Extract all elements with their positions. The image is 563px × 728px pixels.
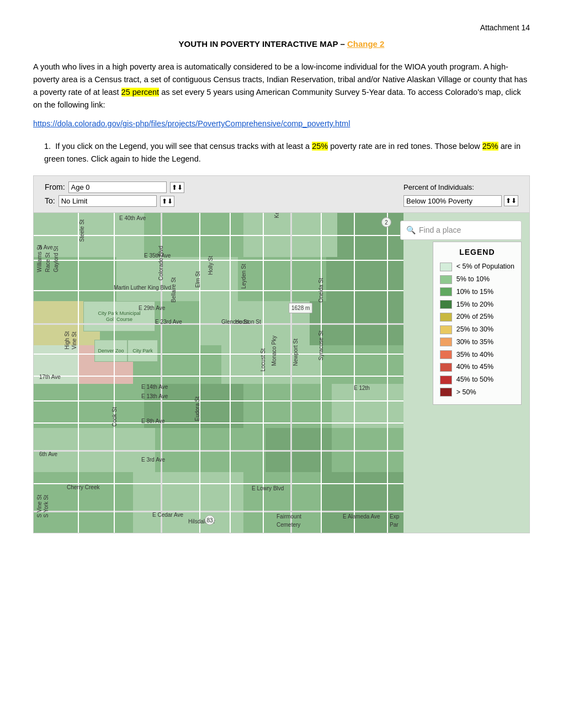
map-controls-bar: From: ⬆⬇ To: ⬆⬇ Percent of Individuals: … — [34, 176, 529, 213]
street-e12th: E 12th — [354, 384, 370, 392]
street-6th: 6th Ave — [39, 450, 57, 458]
legend-color-2 — [440, 287, 452, 296]
legend-label-10: > 50% — [456, 387, 476, 398]
search-placeholder: Find a place — [419, 224, 461, 236]
percent-spinner[interactable]: ⬆⬇ — [504, 195, 518, 206]
landmark-fairmount: FairmountCemetery — [277, 512, 301, 529]
search-icon: 🔍 — [406, 224, 416, 236]
legend-label-0: < 5% of Population — [456, 261, 514, 272]
legend-item-9: 45% to 50% — [440, 374, 514, 385]
legend-label-2: 10% to 15% — [456, 287, 493, 297]
map-legend[interactable]: LEGEND < 5% of Population5% to 10%10% to… — [433, 242, 522, 404]
street-lowry: E Lowry Blvd — [252, 484, 284, 493]
street-40th: E 40th Ave — [119, 214, 146, 222]
street-oneida: Oneida St — [317, 278, 325, 302]
street-cedar: E Cedar Ave — [152, 511, 183, 519]
legend-color-9 — [440, 376, 452, 384]
legend-item-5: 25% to 30% — [440, 324, 514, 335]
street-leyden: Leyden St — [240, 264, 248, 289]
street-13th: E 13th Ave — [141, 392, 168, 400]
legend-item-6: 30% to 35% — [440, 337, 514, 347]
from-input[interactable] — [68, 181, 167, 193]
legend-color-4 — [440, 313, 452, 322]
from-row: From: ⬆⬇ — [45, 181, 184, 193]
legend-color-10 — [440, 388, 452, 397]
legend-item-10: > 50% — [440, 387, 514, 398]
numbered-item-1: 1. If you click on the Legend, you will … — [44, 140, 530, 165]
street-williams: Williams St — [35, 245, 44, 272]
street-colorado: Colorado Blvd — [157, 246, 165, 281]
legend-item-7: 35% to 40% — [440, 350, 514, 360]
street-17th: 17th Ave — [39, 373, 61, 381]
legend-label-5: 25% to 30% — [456, 324, 493, 335]
street-hudson: Hudson St — [235, 318, 261, 326]
street-14th: E 14th Ave — [141, 383, 168, 391]
legend-color-7 — [440, 350, 452, 359]
street-syork: S York St — [42, 495, 50, 518]
legend-item-4: 20% of 25% — [440, 312, 514, 322]
legend-label-7: 35% to 40% — [456, 350, 493, 360]
legend-item-8: 40% to 45% — [440, 362, 514, 372]
legend-item-0: < 5% of Population — [440, 261, 514, 272]
percent-input[interactable] — [403, 195, 502, 207]
legend-label-9: 45% to 50% — [456, 374, 493, 385]
legend-color-6 — [440, 338, 452, 346]
to-spinner[interactable]: ⬆⬇ — [160, 196, 174, 207]
legend-label-4: 20% of 25% — [456, 312, 493, 322]
percent-controls: Percent of Individuals: ⬆⬇ — [403, 182, 518, 207]
street-3rd: E 3rd Ave — [141, 456, 165, 464]
street-holly: Holly St — [206, 256, 215, 275]
percent-label: Percent of Individuals: — [403, 182, 474, 193]
street-newport: Newport St — [291, 339, 300, 366]
street-cook: Cook St — [110, 407, 119, 427]
legend-color-8 — [440, 363, 452, 372]
legend-label-8: 40% to 45% — [456, 362, 493, 372]
landmark-alameda: E Alameda Ave — [343, 512, 380, 521]
body-paragraph: A youth who lives in a high poverty area… — [33, 61, 530, 112]
distance-badge: 1628 m — [289, 303, 312, 313]
title-text: YOUTH IN POVERTY INTERACTIVE MAP – — [179, 39, 347, 49]
city-park-landmark: City Park — [128, 340, 158, 362]
legend-label-6: 30% to 35% — [456, 337, 493, 347]
highlight-25-pct-2: 25% — [482, 142, 498, 151]
age-controls: From: ⬆⬇ To: ⬆⬇ — [45, 181, 184, 207]
street-elm: Elm St — [194, 271, 202, 287]
legend-label-3: 15% to 20% — [456, 299, 493, 310]
zoo-landmark: Denver Zoo — [94, 340, 128, 362]
item-text-pre: If you click on the Legend, you will see… — [55, 142, 312, 151]
map-container: From: ⬆⬇ To: ⬆⬇ Percent of Individuals: … — [33, 175, 530, 533]
street-8th: E 8th Ave — [141, 417, 165, 425]
item-number: 1. — [44, 142, 51, 151]
to-row: To: ⬆⬇ — [45, 195, 184, 207]
street-eudora: Eudora St — [193, 397, 201, 421]
map-area[interactable]: City Park MunicipalGolf Course Denver Zo… — [34, 213, 529, 533]
to-input[interactable] — [59, 195, 157, 207]
street-monaco: Monaco Pky — [270, 336, 278, 366]
legend-items: < 5% of Population5% to 10%10% to 15%15%… — [440, 261, 514, 397]
highlight-25-percent: 25 percent — [121, 88, 160, 97]
street-locust: Locust St — [259, 349, 267, 372]
highlight-25-pct: 25% — [312, 142, 328, 151]
to-label: To: — [45, 195, 55, 207]
legend-item-2: 10% to 15% — [440, 287, 514, 297]
street-vine: Vine St — [70, 332, 78, 350]
street-cherry: Cherry Creek — [67, 483, 99, 491]
street-mlk: Martin Luther King Blvd — [114, 283, 171, 292]
from-label: From: — [45, 181, 65, 193]
street-23rd: E 23rd Ave — [155, 318, 182, 326]
street-race: Race St — [44, 253, 52, 272]
street-kearney: Kearney St — [273, 213, 281, 218]
legend-label-1: 5% to 10% — [456, 274, 490, 285]
map-search-bar[interactable]: 🔍 Find a place — [400, 221, 522, 240]
from-spinner[interactable]: ⬆⬇ — [170, 182, 184, 193]
legend-color-1 — [440, 275, 452, 284]
landmark-exp: ExpPar — [390, 512, 399, 529]
street-29th: E 29th Ave — [139, 304, 165, 312]
street-bellaire: Bellaire St — [169, 277, 178, 303]
legend-color-0 — [440, 263, 452, 271]
item-text-post: poverty rate are in red tones. Those bel… — [328, 142, 482, 151]
street-syracuse: Syracuse St — [317, 331, 325, 361]
legend-item-1: 5% to 10% — [440, 274, 514, 285]
poverty-map-link[interactable]: https://dola.colorado.gov/gis-php/files/… — [33, 118, 530, 130]
legend-color-3 — [440, 300, 452, 309]
